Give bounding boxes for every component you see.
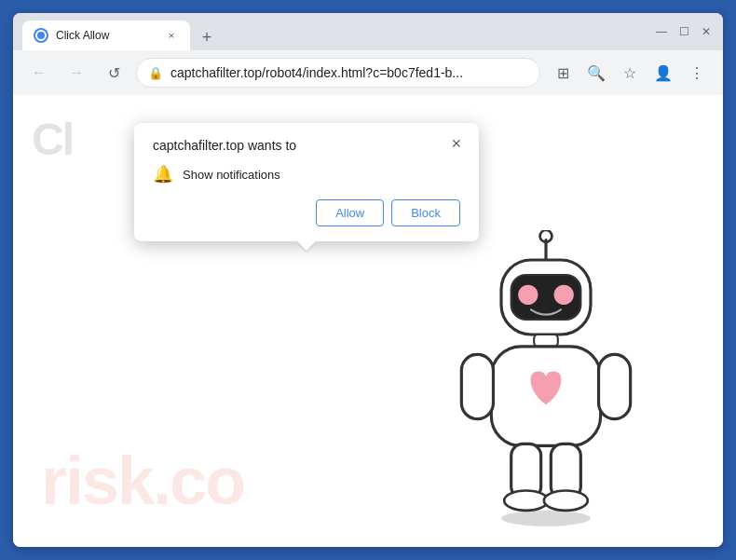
permission-text: Show notifications: [183, 168, 280, 182]
svg-rect-9: [599, 354, 631, 418]
title-bar: Click Allow × + — ☐ ✕: [13, 13, 723, 50]
back-button[interactable]: ←: [24, 58, 54, 88]
tab-area: Click Allow × +: [22, 13, 647, 50]
allow-button[interactable]: Allow: [316, 199, 384, 226]
svg-point-12: [504, 490, 548, 510]
dialog-arrow: [297, 241, 316, 251]
menu-icon[interactable]: ⋮: [682, 58, 712, 88]
dialog-buttons: Allow Block: [153, 199, 460, 226]
svg-point-14: [501, 511, 591, 526]
minimize-button[interactable]: —: [654, 24, 669, 39]
tab-favicon: [34, 28, 48, 43]
translate-icon[interactable]: ⊞: [548, 58, 578, 88]
nav-icons: ⊞ 🔍 ☆ 👤 ⋮: [548, 58, 712, 88]
bell-icon: 🔔: [153, 164, 173, 184]
new-tab-button[interactable]: +: [194, 24, 220, 50]
site-watermark: risk.co: [41, 443, 244, 519]
tab-close-button[interactable]: ×: [164, 28, 179, 43]
svg-point-13: [544, 490, 588, 510]
dialog-title: captchafilter.top wants to: [153, 138, 460, 153]
permission-dialog: captchafilter.top wants to ✕ 🔔 Show noti…: [134, 123, 479, 241]
reload-button[interactable]: ↺: [99, 58, 129, 88]
svg-point-4: [518, 285, 538, 305]
block-button[interactable]: Block: [391, 199, 460, 226]
webpage: Cl risk.co: [13, 95, 723, 547]
page-heading: Cl: [32, 114, 73, 165]
address-bar[interactable]: 🔒 captchafilter.top/robot4/index.html?c=…: [136, 58, 540, 88]
bookmark-icon[interactable]: ☆: [615, 58, 645, 88]
svg-point-5: [554, 285, 574, 305]
search-icon[interactable]: 🔍: [581, 58, 611, 88]
svg-rect-6: [534, 335, 558, 347]
address-text: captchafilter.top/robot4/index.html?c=b0…: [170, 65, 528, 80]
browser-window: Click Allow × + — ☐ ✕ ← → ↺ 🔒 captchafil…: [13, 13, 723, 547]
active-tab[interactable]: Click Allow ×: [22, 20, 190, 50]
forward-button[interactable]: →: [61, 58, 91, 88]
close-button[interactable]: ✕: [699, 24, 714, 39]
dialog-permission-row: 🔔 Show notifications: [153, 164, 460, 184]
lock-icon: 🔒: [148, 66, 163, 80]
maximize-button[interactable]: ☐: [676, 24, 691, 39]
window-controls: — ☐ ✕: [654, 24, 714, 39]
profile-icon[interactable]: 👤: [648, 58, 678, 88]
tab-title: Click Allow: [56, 29, 157, 42]
navigation-bar: ← → ↺ 🔒 captchafilter.top/robot4/index.h…: [13, 50, 723, 95]
dialog-close-button[interactable]: ✕: [445, 132, 468, 155]
svg-rect-8: [461, 354, 493, 418]
robot-illustration: [443, 230, 648, 528]
